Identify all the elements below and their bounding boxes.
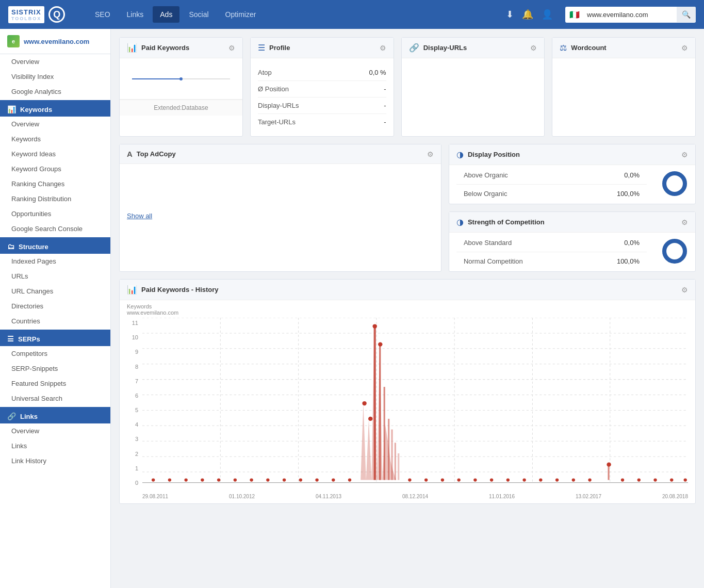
strength-competition-gear[interactable]: ⚙	[681, 218, 688, 226]
domain-text: www.evemilano.com	[24, 38, 89, 45]
x-axis: 29.08.2011 01.10.2012 04.11.2013 08.12.2…	[142, 489, 688, 503]
main-content: 📊 Paid Keywords ⚙ Extended:Database ☰ Pr…	[111, 29, 704, 588]
download-icon[interactable]: ⬇	[506, 9, 514, 20]
sidebar-item-indexed-pages[interactable]: Indexed Pages	[0, 254, 110, 269]
profile-widget: ☰ Profile ⚙ Atop 0,0 % Ø Position - Disp…	[250, 37, 394, 137]
sidebar: e www.evemilano.com Overview Visibility …	[0, 29, 111, 588]
svg-rect-61	[608, 465, 609, 480]
svg-point-28	[234, 478, 237, 481]
x-label-3: 04.11.2013	[316, 494, 341, 499]
wordcount-gear[interactable]: ⚙	[681, 44, 688, 52]
search-button[interactable]: 🔍	[677, 7, 696, 22]
svg-point-50	[441, 478, 444, 481]
y-axis: 0 1 2 3 4 5 6 7 8 9 10 11	[120, 318, 140, 488]
nav-optimizer[interactable]: Optimizer	[218, 6, 264, 23]
y-label-5: 5	[120, 407, 140, 413]
logo: SISTRIX TOOLBOX Q	[8, 6, 75, 23]
top-adcopy-gear[interactable]: ⚙	[427, 150, 434, 158]
sidebar-item-keywords-overview[interactable]: Overview	[0, 117, 110, 132]
history-chart-area: 0 1 2 3 4 5 6 7 8 9 10 11	[120, 318, 695, 503]
strength-competition-header: ◑ Strength of Competition ⚙	[449, 212, 695, 233]
sidebar-section-serps: ☰ SERPs	[0, 330, 110, 346]
svg-point-32	[299, 478, 302, 481]
nav-social[interactable]: Social	[182, 6, 216, 23]
links-section-icon: 🔗	[7, 412, 16, 420]
search-input[interactable]	[584, 7, 677, 22]
sidebar-item-serp-snippets[interactable]: SERP-Snippets	[0, 361, 110, 376]
sidebar-item-links[interactable]: Links	[0, 438, 110, 453]
sidebar-item-link-history[interactable]: Link History	[0, 453, 110, 468]
svg-point-49	[424, 478, 428, 481]
sidebar-section-links: 🔗 Links	[0, 407, 110, 423]
svg-rect-43	[398, 453, 399, 480]
history-header: 📊 Paid Keywords - History ⚙	[120, 280, 695, 300]
strength-competition-widget: ◑ Strength of Competition ⚙ Above Standa…	[449, 211, 696, 272]
strength-row-normal: Normal Competition 100,0%	[456, 252, 647, 270]
svg-point-53	[490, 478, 493, 481]
svg-point-54	[506, 478, 510, 481]
wordcount-icon: ⚖	[560, 43, 567, 53]
display-urls-gear[interactable]: ⚙	[530, 44, 537, 52]
sidebar-item-countries[interactable]: Countries	[0, 314, 110, 329]
sidebar-item-keyword-ideas[interactable]: Keyword Ideas	[0, 146, 110, 161]
sidebar-item-ranking-changes[interactable]: Ranking Changes	[0, 176, 110, 191]
y-label-8: 8	[120, 364, 140, 370]
sidebar-item-keyword-groups[interactable]: Keyword Groups	[0, 161, 110, 176]
bell-icon[interactable]: 🔔	[522, 9, 533, 20]
display-position-header: ◑ Display Position ⚙	[449, 144, 695, 165]
keywords-section-icon: 📊	[7, 105, 16, 113]
nav-seo[interactable]: SEO	[88, 6, 118, 23]
sidebar-item-google-search-console[interactable]: Google Search Console	[0, 221, 110, 236]
sidebar-item-keywords[interactable]: Keywords	[0, 132, 110, 146]
svg-point-63	[637, 478, 641, 481]
svg-point-23	[152, 478, 155, 481]
sidebar-item-visibility-index[interactable]: Visibility Index	[0, 69, 110, 84]
sidebar-item-ranking-distribution[interactable]: Ranking Distribution	[0, 191, 110, 206]
top-adcopy-title: Top AdCopy	[137, 150, 423, 158]
svg-point-47	[362, 401, 366, 405]
country-flag[interactable]: 🇮🇹	[565, 7, 584, 23]
display-urls-widget: 🔗 Display-URLs ⚙	[401, 37, 545, 137]
sidebar-item-google-analytics[interactable]: Google Analytics	[0, 84, 110, 99]
sidebar-item-opportunities[interactable]: Opportunities	[0, 206, 110, 221]
svg-point-34	[332, 478, 335, 481]
x-label-5: 11.01.2016	[489, 494, 515, 499]
display-position-gear[interactable]: ⚙	[681, 151, 688, 159]
wordcount-header: ⚖ Wordcount ⚙	[552, 38, 695, 58]
paid-keywords-gear[interactable]: ⚙	[228, 44, 235, 52]
sidebar-item-overview-top[interactable]: Overview	[0, 54, 110, 69]
profile-gear[interactable]: ⚙	[380, 44, 386, 52]
sidebar-item-urls[interactable]: URLs	[0, 269, 110, 284]
display-urls-body	[402, 58, 545, 120]
wordcount-title: Wordcount	[571, 44, 677, 52]
paid-keywords-widget: 📊 Paid Keywords ⚙ Extended:Database	[119, 37, 243, 137]
svg-point-51	[457, 478, 460, 481]
top-navigation: SISTRIX TOOLBOX Q SEO Links Ads Social O…	[0, 0, 704, 29]
sidebar-section-keywords: 📊 Keywords	[0, 100, 110, 117]
show-all-button[interactable]: Show all	[127, 212, 434, 220]
svg-point-30	[266, 478, 269, 481]
svg-point-65	[670, 478, 673, 481]
history-gear[interactable]: ⚙	[681, 286, 688, 294]
sidebar-domain[interactable]: e www.evemilano.com	[0, 29, 110, 54]
history-widget: 📊 Paid Keywords - History ⚙ Keywords www…	[119, 279, 696, 504]
svg-point-57	[555, 478, 559, 481]
strength-competition-body: Above Standard 0,0% Normal Competition 1…	[449, 233, 695, 271]
user-icon[interactable]: 👤	[542, 9, 553, 20]
sidebar-item-directories[interactable]: Directories	[0, 299, 110, 314]
sidebar-item-featured-snippets[interactable]: Featured Snippets	[0, 376, 110, 391]
nav-links-item[interactable]: Links	[120, 6, 151, 23]
sidebar-item-url-changes[interactable]: URL Changes	[0, 284, 110, 299]
paid-keywords-header: 📊 Paid Keywords ⚙	[120, 38, 242, 58]
strength-competition-donut	[661, 238, 688, 265]
structure-section-icon: 🗂	[7, 242, 14, 251]
sidebar-item-competitors[interactable]: Competitors	[0, 346, 110, 361]
sidebar-item-universal-search[interactable]: Universal Search	[0, 391, 110, 406]
nav-ads[interactable]: Ads	[153, 6, 179, 23]
y-label-2: 2	[120, 451, 140, 457]
svg-rect-42	[395, 443, 396, 480]
sidebar-item-links-overview[interactable]: Overview	[0, 423, 110, 438]
links-section-label: Links	[20, 413, 38, 420]
history-legend-label: Keywords	[127, 303, 152, 309]
profile-body: Atop 0,0 % Ø Position - Display-URLs - T…	[251, 58, 394, 136]
